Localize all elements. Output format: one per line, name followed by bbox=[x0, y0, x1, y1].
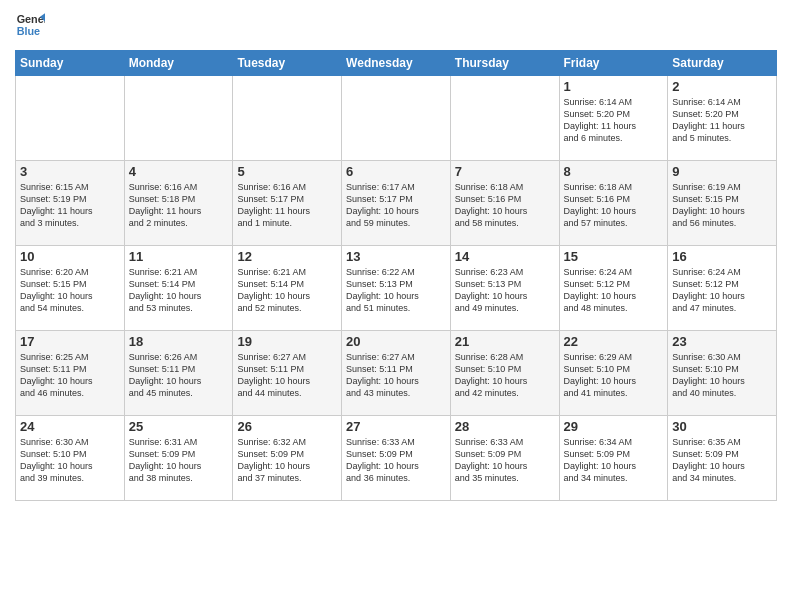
day-cell: 30Sunrise: 6:35 AM Sunset: 5:09 PM Dayli… bbox=[668, 416, 777, 501]
day-number: 23 bbox=[672, 334, 772, 349]
day-number: 20 bbox=[346, 334, 446, 349]
weekday-header-monday: Monday bbox=[124, 51, 233, 76]
day-info: Sunrise: 6:21 AM Sunset: 5:14 PM Dayligh… bbox=[237, 266, 337, 315]
day-cell: 22Sunrise: 6:29 AM Sunset: 5:10 PM Dayli… bbox=[559, 331, 668, 416]
day-cell: 23Sunrise: 6:30 AM Sunset: 5:10 PM Dayli… bbox=[668, 331, 777, 416]
day-number: 15 bbox=[564, 249, 664, 264]
day-number: 27 bbox=[346, 419, 446, 434]
day-cell: 24Sunrise: 6:30 AM Sunset: 5:10 PM Dayli… bbox=[16, 416, 125, 501]
day-info: Sunrise: 6:24 AM Sunset: 5:12 PM Dayligh… bbox=[564, 266, 664, 315]
day-number: 18 bbox=[129, 334, 229, 349]
day-info: Sunrise: 6:14 AM Sunset: 5:20 PM Dayligh… bbox=[672, 96, 772, 145]
weekday-header-saturday: Saturday bbox=[668, 51, 777, 76]
day-cell: 11Sunrise: 6:21 AM Sunset: 5:14 PM Dayli… bbox=[124, 246, 233, 331]
day-info: Sunrise: 6:16 AM Sunset: 5:18 PM Dayligh… bbox=[129, 181, 229, 230]
day-info: Sunrise: 6:18 AM Sunset: 5:16 PM Dayligh… bbox=[564, 181, 664, 230]
day-number: 9 bbox=[672, 164, 772, 179]
day-number: 26 bbox=[237, 419, 337, 434]
day-cell: 9Sunrise: 6:19 AM Sunset: 5:15 PM Daylig… bbox=[668, 161, 777, 246]
day-info: Sunrise: 6:35 AM Sunset: 5:09 PM Dayligh… bbox=[672, 436, 772, 485]
day-number: 1 bbox=[564, 79, 664, 94]
day-number: 8 bbox=[564, 164, 664, 179]
day-cell: 1Sunrise: 6:14 AM Sunset: 5:20 PM Daylig… bbox=[559, 76, 668, 161]
day-cell: 28Sunrise: 6:33 AM Sunset: 5:09 PM Dayli… bbox=[450, 416, 559, 501]
week-row-3: 17Sunrise: 6:25 AM Sunset: 5:11 PM Dayli… bbox=[16, 331, 777, 416]
day-cell: 16Sunrise: 6:24 AM Sunset: 5:12 PM Dayli… bbox=[668, 246, 777, 331]
day-cell: 10Sunrise: 6:20 AM Sunset: 5:15 PM Dayli… bbox=[16, 246, 125, 331]
day-number: 28 bbox=[455, 419, 555, 434]
day-number: 16 bbox=[672, 249, 772, 264]
day-cell: 15Sunrise: 6:24 AM Sunset: 5:12 PM Dayli… bbox=[559, 246, 668, 331]
day-number: 13 bbox=[346, 249, 446, 264]
day-info: Sunrise: 6:26 AM Sunset: 5:11 PM Dayligh… bbox=[129, 351, 229, 400]
day-number: 25 bbox=[129, 419, 229, 434]
day-cell: 4Sunrise: 6:16 AM Sunset: 5:18 PM Daylig… bbox=[124, 161, 233, 246]
day-info: Sunrise: 6:17 AM Sunset: 5:17 PM Dayligh… bbox=[346, 181, 446, 230]
day-info: Sunrise: 6:31 AM Sunset: 5:09 PM Dayligh… bbox=[129, 436, 229, 485]
svg-text:Blue: Blue bbox=[17, 25, 40, 37]
logo-icon: General Blue bbox=[15, 10, 45, 40]
day-number: 2 bbox=[672, 79, 772, 94]
day-number: 30 bbox=[672, 419, 772, 434]
week-row-0: 1Sunrise: 6:14 AM Sunset: 5:20 PM Daylig… bbox=[16, 76, 777, 161]
logo: General Blue bbox=[15, 10, 45, 40]
day-info: Sunrise: 6:27 AM Sunset: 5:11 PM Dayligh… bbox=[237, 351, 337, 400]
day-number: 12 bbox=[237, 249, 337, 264]
day-info: Sunrise: 6:27 AM Sunset: 5:11 PM Dayligh… bbox=[346, 351, 446, 400]
day-number: 7 bbox=[455, 164, 555, 179]
day-info: Sunrise: 6:29 AM Sunset: 5:10 PM Dayligh… bbox=[564, 351, 664, 400]
day-info: Sunrise: 6:33 AM Sunset: 5:09 PM Dayligh… bbox=[455, 436, 555, 485]
day-cell: 19Sunrise: 6:27 AM Sunset: 5:11 PM Dayli… bbox=[233, 331, 342, 416]
day-info: Sunrise: 6:25 AM Sunset: 5:11 PM Dayligh… bbox=[20, 351, 120, 400]
day-cell bbox=[342, 76, 451, 161]
day-cell: 14Sunrise: 6:23 AM Sunset: 5:13 PM Dayli… bbox=[450, 246, 559, 331]
weekday-header-row: SundayMondayTuesdayWednesdayThursdayFrid… bbox=[16, 51, 777, 76]
day-info: Sunrise: 6:23 AM Sunset: 5:13 PM Dayligh… bbox=[455, 266, 555, 315]
day-cell bbox=[233, 76, 342, 161]
day-info: Sunrise: 6:20 AM Sunset: 5:15 PM Dayligh… bbox=[20, 266, 120, 315]
page-container: General Blue SundayMondayTuesdayWednesda… bbox=[0, 0, 792, 511]
week-row-4: 24Sunrise: 6:30 AM Sunset: 5:10 PM Dayli… bbox=[16, 416, 777, 501]
day-info: Sunrise: 6:18 AM Sunset: 5:16 PM Dayligh… bbox=[455, 181, 555, 230]
calendar-table: SundayMondayTuesdayWednesdayThursdayFrid… bbox=[15, 50, 777, 501]
weekday-header-tuesday: Tuesday bbox=[233, 51, 342, 76]
day-info: Sunrise: 6:28 AM Sunset: 5:10 PM Dayligh… bbox=[455, 351, 555, 400]
day-number: 11 bbox=[129, 249, 229, 264]
day-cell: 12Sunrise: 6:21 AM Sunset: 5:14 PM Dayli… bbox=[233, 246, 342, 331]
svg-text:General: General bbox=[17, 13, 45, 25]
day-info: Sunrise: 6:21 AM Sunset: 5:14 PM Dayligh… bbox=[129, 266, 229, 315]
day-cell bbox=[450, 76, 559, 161]
day-cell: 13Sunrise: 6:22 AM Sunset: 5:13 PM Dayli… bbox=[342, 246, 451, 331]
day-cell: 26Sunrise: 6:32 AM Sunset: 5:09 PM Dayli… bbox=[233, 416, 342, 501]
day-info: Sunrise: 6:30 AM Sunset: 5:10 PM Dayligh… bbox=[672, 351, 772, 400]
day-number: 10 bbox=[20, 249, 120, 264]
weekday-header-friday: Friday bbox=[559, 51, 668, 76]
day-number: 29 bbox=[564, 419, 664, 434]
day-number: 14 bbox=[455, 249, 555, 264]
day-cell bbox=[124, 76, 233, 161]
header: General Blue bbox=[15, 10, 777, 40]
day-number: 4 bbox=[129, 164, 229, 179]
day-cell: 3Sunrise: 6:15 AM Sunset: 5:19 PM Daylig… bbox=[16, 161, 125, 246]
day-cell: 27Sunrise: 6:33 AM Sunset: 5:09 PM Dayli… bbox=[342, 416, 451, 501]
day-info: Sunrise: 6:15 AM Sunset: 5:19 PM Dayligh… bbox=[20, 181, 120, 230]
day-info: Sunrise: 6:14 AM Sunset: 5:20 PM Dayligh… bbox=[564, 96, 664, 145]
day-number: 21 bbox=[455, 334, 555, 349]
day-cell: 17Sunrise: 6:25 AM Sunset: 5:11 PM Dayli… bbox=[16, 331, 125, 416]
day-cell bbox=[16, 76, 125, 161]
weekday-header-sunday: Sunday bbox=[16, 51, 125, 76]
day-cell: 18Sunrise: 6:26 AM Sunset: 5:11 PM Dayli… bbox=[124, 331, 233, 416]
day-cell: 25Sunrise: 6:31 AM Sunset: 5:09 PM Dayli… bbox=[124, 416, 233, 501]
day-info: Sunrise: 6:32 AM Sunset: 5:09 PM Dayligh… bbox=[237, 436, 337, 485]
day-info: Sunrise: 6:34 AM Sunset: 5:09 PM Dayligh… bbox=[564, 436, 664, 485]
day-number: 24 bbox=[20, 419, 120, 434]
day-cell: 5Sunrise: 6:16 AM Sunset: 5:17 PM Daylig… bbox=[233, 161, 342, 246]
week-row-1: 3Sunrise: 6:15 AM Sunset: 5:19 PM Daylig… bbox=[16, 161, 777, 246]
day-number: 6 bbox=[346, 164, 446, 179]
weekday-header-wednesday: Wednesday bbox=[342, 51, 451, 76]
day-info: Sunrise: 6:16 AM Sunset: 5:17 PM Dayligh… bbox=[237, 181, 337, 230]
day-cell: 2Sunrise: 6:14 AM Sunset: 5:20 PM Daylig… bbox=[668, 76, 777, 161]
day-number: 19 bbox=[237, 334, 337, 349]
day-cell: 29Sunrise: 6:34 AM Sunset: 5:09 PM Dayli… bbox=[559, 416, 668, 501]
day-info: Sunrise: 6:33 AM Sunset: 5:09 PM Dayligh… bbox=[346, 436, 446, 485]
